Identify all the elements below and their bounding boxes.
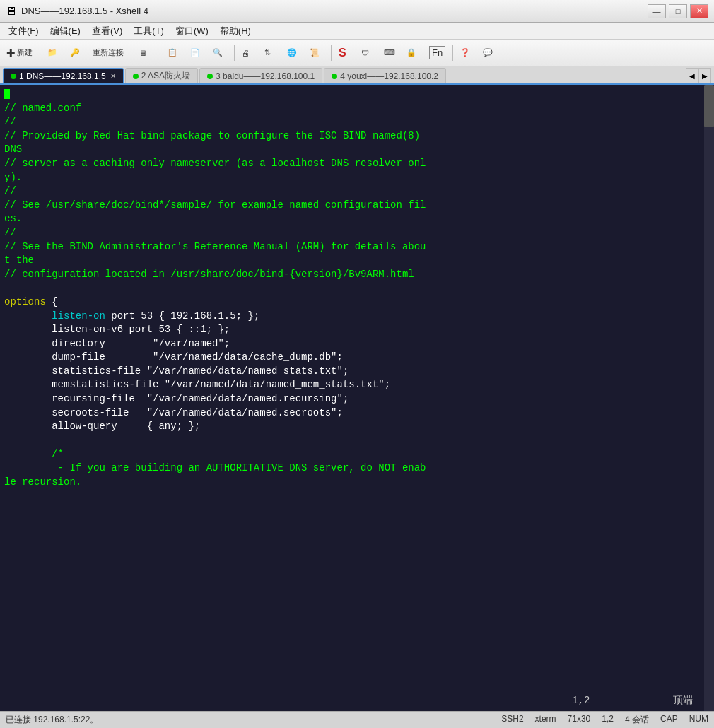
- cursor-pos-status: 1,2: [602, 714, 614, 726]
- tab-dot-1: [11, 74, 16, 79]
- line-16: options {: [4, 295, 710, 310]
- tab-asa[interactable]: 2 ASA防火墙: [125, 68, 198, 83]
- menu-window[interactable]: 窗口(W): [170, 23, 214, 39]
- connection-status: 已连接 192.168.1.5:22。: [6, 714, 501, 726]
- shield-button[interactable]: 🛡: [358, 42, 379, 64]
- minimize-button[interactable]: —: [648, 4, 666, 18]
- line-26: [4, 434, 710, 448]
- line-7: y).: [4, 171, 710, 185]
- caps-lock-indicator: CAP: [660, 714, 678, 726]
- paste-icon: 📄: [190, 48, 200, 57]
- folder-icon: 📁: [47, 48, 57, 57]
- print-icon: 🖨: [242, 49, 250, 57]
- line-12: // See the BIND Administrator's Referenc…: [4, 240, 710, 254]
- toolbar: ✚ 新建 📁 🔑 重新连接 🖥 📋 📄 🔍 🖨 ⇅ 🌐 📜 S 🛡: [0, 40, 714, 66]
- position-label: 顶端: [673, 695, 693, 706]
- script-icon: 📜: [310, 48, 320, 57]
- tab-label-4: 4 youxi——192.168.100.2: [340, 71, 438, 81]
- s-button[interactable]: S: [335, 42, 356, 64]
- close-button[interactable]: ✕: [690, 4, 708, 18]
- line-col: 1,2: [572, 695, 590, 706]
- line-11: //: [4, 226, 710, 240]
- find-button[interactable]: 🔍: [209, 42, 230, 64]
- ssh-protocol: SSH2: [501, 714, 523, 726]
- keyboard2-icon: Fn: [429, 46, 445, 59]
- maximize-button[interactable]: □: [669, 4, 687, 18]
- copy-button[interactable]: 📋: [164, 42, 185, 64]
- tab-dns[interactable]: 1 DNS——192.168.1.5 ✕: [3, 68, 124, 83]
- menubar: 文件(F) 编辑(E) 查看(V) 工具(T) 窗口(W) 帮助(H): [0, 23, 714, 40]
- scroll-thumb[interactable]: [704, 85, 714, 127]
- new-label: 新建: [17, 47, 33, 58]
- terminal[interactable]: // named.conf // // Provided by Red Hat …: [0, 85, 714, 711]
- keyboard2-button[interactable]: Fn: [426, 42, 449, 64]
- new-button[interactable]: ✚ 新建: [3, 42, 36, 64]
- titlebar: 🖥 DNS——192.168.1.5 - Xshell 4 — □ ✕: [0, 0, 714, 23]
- line-1: [4, 88, 710, 102]
- keyboard-layout-button[interactable]: ⌨: [380, 42, 402, 64]
- app-icon: 🖥: [6, 5, 17, 18]
- line-25: allow-query { any; };: [4, 420, 710, 434]
- line-13: t the: [4, 254, 710, 268]
- menu-edit[interactable]: 编辑(E): [45, 23, 86, 39]
- terminal-content: // named.conf // // Provided by Red Hat …: [4, 88, 710, 489]
- paste-button[interactable]: 📄: [187, 42, 208, 64]
- window-controls: — □ ✕: [648, 4, 708, 18]
- line-23: recursing-file "/var/named/data/named.re…: [4, 392, 710, 406]
- shield-icon: 🛡: [361, 49, 369, 57]
- lock-icon: 🔒: [406, 48, 416, 57]
- menu-file[interactable]: 文件(F): [3, 23, 45, 39]
- tab-dot-2: [133, 74, 139, 79]
- line-10: es.: [4, 212, 710, 226]
- reconnect-button[interactable]: 重新连接: [89, 42, 127, 64]
- open-button[interactable]: 📁: [44, 42, 65, 64]
- statusbar: 已连接 192.168.1.5:22。 SSH2 xterm 71x30 1,2…: [0, 711, 714, 728]
- line-18: listen-on-v6 port 53 { ::1; };: [4, 323, 710, 337]
- help-button[interactable]: ❓: [457, 42, 478, 64]
- menu-view[interactable]: 查看(V): [86, 23, 128, 39]
- cursor-position: 1,2 顶端: [572, 694, 693, 708]
- toolbar-sep-3: [160, 45, 160, 61]
- line-14: // configuration located in /usr/share/d…: [4, 268, 710, 282]
- status-right: SSH2 xterm 71x30 1,2 4 会话 CAP NUM: [501, 714, 708, 726]
- line-5: DNS: [4, 143, 710, 157]
- browser-icon: 🌐: [287, 48, 297, 57]
- monitor-button[interactable]: 🖥: [135, 42, 156, 64]
- tab-dot-3: [207, 74, 213, 79]
- copy-icon: 📋: [168, 48, 177, 57]
- menu-help[interactable]: 帮助(H): [214, 23, 257, 39]
- lock-button[interactable]: 🔒: [403, 42, 424, 64]
- window-title: DNS——192.168.1.5 - Xshell 4: [21, 6, 648, 16]
- chat-button[interactable]: 💬: [479, 42, 501, 64]
- print-button[interactable]: 🖨: [238, 42, 259, 64]
- tab-close-1[interactable]: ✕: [110, 72, 116, 80]
- script-button[interactable]: 📜: [306, 42, 327, 64]
- num-lock-indicator: NUM: [689, 714, 708, 726]
- tab-label-1: 1 DNS——192.168.1.5: [19, 71, 106, 81]
- menu-tools[interactable]: 工具(T): [128, 23, 170, 39]
- key-icon: 🔑: [70, 48, 80, 57]
- reconnect-label: 重新连接: [93, 47, 124, 58]
- line-2: // named.conf: [4, 102, 710, 116]
- toolbar-sep-5: [331, 45, 332, 61]
- transfer-icon: ⇅: [264, 48, 271, 57]
- line-9: // See /usr/share/doc/bind*/sample/ for …: [4, 199, 710, 213]
- tab-label-3: 3 baidu——192.168.100.1: [216, 71, 315, 81]
- tab-baidu[interactable]: 3 baidu——192.168.100.1: [199, 68, 322, 83]
- tab-youxi[interactable]: 4 youxi——192.168.100.2: [324, 68, 446, 83]
- tab-scroll-left-button[interactable]: ◀: [686, 68, 698, 83]
- browser-button[interactable]: 🌐: [283, 42, 305, 64]
- scrollbar[interactable]: [704, 85, 714, 711]
- tab-scroll-right-button[interactable]: ▶: [698, 68, 711, 83]
- line-15: [4, 281, 710, 295]
- help-icon: ❓: [460, 48, 470, 57]
- monitor-icon: 🖥: [139, 49, 146, 57]
- line-22: memstatistics-file "/var/named/data/name…: [4, 378, 710, 392]
- tab-scroll-controls: ◀ ▶: [686, 68, 711, 83]
- toolbar-sep-4: [234, 45, 235, 61]
- key-button[interactable]: 🔑: [66, 42, 88, 64]
- line-29: le recursion.: [4, 476, 710, 490]
- keyboard-layout-icon: ⌨: [384, 48, 395, 57]
- transfer-button[interactable]: ⇅: [261, 42, 282, 64]
- line-27: /*: [4, 447, 710, 462]
